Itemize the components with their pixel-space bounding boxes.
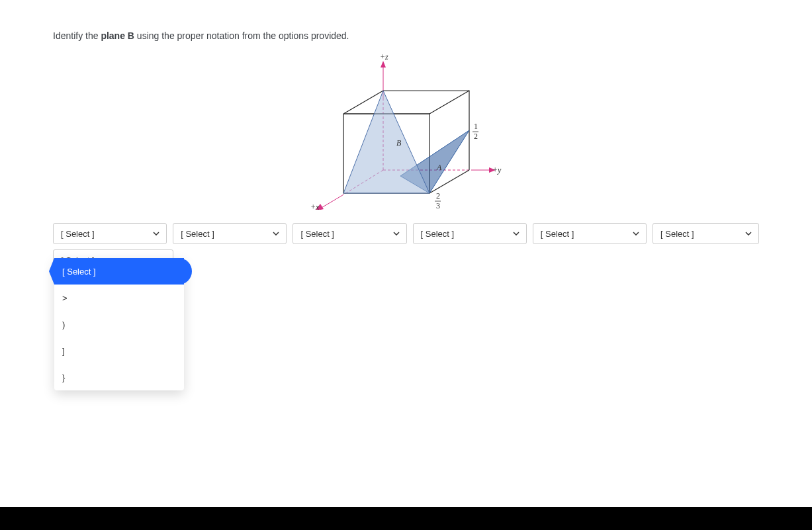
chevron-down-icon — [393, 232, 400, 236]
select-3-label: [ Select ] — [300, 229, 334, 239]
select-2[interactable]: [ Select ] — [173, 223, 287, 244]
select-1[interactable]: [ Select ] — [53, 223, 167, 244]
diagram-container: +z +y +x — [53, 43, 759, 219]
plane-b-label: B — [396, 138, 402, 148]
axis-y-label: +y — [492, 165, 502, 175]
svg-marker-2 — [381, 61, 386, 67]
select-2-label: [ Select ] — [181, 229, 214, 239]
axis-z-label: +z — [380, 52, 388, 62]
chevron-down-icon — [153, 232, 159, 236]
frac-23-top: 2 — [436, 191, 440, 200]
crystal-plane-diagram: +z +y +x — [307, 51, 506, 210]
frac-23-bot: 3 — [436, 201, 440, 210]
dropdown-option-placeholder[interactable]: [ Select ] — [54, 258, 184, 271]
dropdown-selected-label: [ Select ] — [62, 267, 96, 271]
chevron-down-icon — [513, 232, 519, 236]
select-1-label: [ Select ] — [61, 229, 95, 239]
select-4[interactable]: [ Select ] — [413, 223, 527, 244]
frac-12-top: 1 — [474, 122, 478, 131]
select-row-1: [ Select ] [ Select ] [ Select ] [ Selec… — [53, 223, 759, 244]
select-3[interactable]: [ Select ] — [293, 223, 406, 244]
chevron-down-icon — [273, 232, 279, 236]
prompt-bold: plane B — [101, 30, 134, 41]
select-dropdown: [ Select ] > ) ] } — [54, 258, 184, 271]
select-5[interactable]: [ Select ] — [533, 223, 647, 244]
prompt-prefix: Identify the — [53, 30, 101, 41]
select-5-label: [ Select ] — [541, 229, 574, 239]
frac-12-bot: 2 — [474, 132, 478, 141]
chevron-down-icon — [633, 232, 639, 236]
prompt-suffix: using the proper notation from the optio… — [134, 30, 349, 41]
question-prompt: Identify the plane B using the proper no… — [53, 29, 759, 43]
svg-line-7 — [320, 196, 341, 208]
chevron-down-icon — [745, 232, 752, 236]
select-6[interactable]: [ Select ] — [653, 223, 759, 244]
select-6-label: [ Select ] — [660, 229, 694, 239]
select-4-label: [ Select ] — [421, 229, 455, 239]
plane-a-label: A — [436, 163, 442, 172]
axis-x-label: +x — [310, 202, 320, 210]
